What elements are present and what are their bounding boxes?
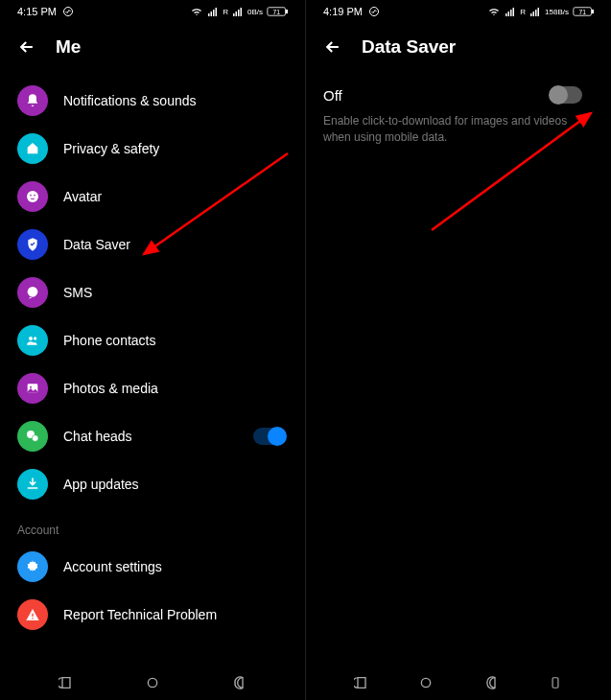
row-label: Photos & media bbox=[63, 381, 297, 396]
row-sms[interactable]: SMS bbox=[17, 268, 297, 316]
messenger-icon bbox=[62, 6, 74, 17]
svg-rect-24 bbox=[32, 618, 33, 618]
back-button[interactable] bbox=[17, 37, 36, 57]
svg-rect-10 bbox=[286, 10, 288, 12]
data-speed: 0B/s bbox=[247, 8, 263, 16]
nav-back[interactable] bbox=[482, 673, 501, 692]
svg-rect-30 bbox=[513, 8, 515, 16]
page-header: Me bbox=[0, 23, 305, 69]
network-label: R bbox=[520, 8, 526, 16]
people-icon bbox=[17, 325, 48, 356]
svg-text:71: 71 bbox=[578, 9, 586, 15]
nav-recent[interactable] bbox=[352, 673, 371, 692]
nav-bar bbox=[0, 665, 305, 700]
warn-icon bbox=[17, 599, 48, 630]
wifi-icon bbox=[190, 6, 203, 17]
row-photos-media[interactable]: Photos & media bbox=[17, 364, 297, 412]
nav-extra[interactable] bbox=[546, 673, 565, 692]
svg-point-19 bbox=[30, 386, 32, 388]
nav-back[interactable] bbox=[229, 673, 248, 692]
status-time: 4:19 PM bbox=[323, 6, 363, 17]
bubble-icon bbox=[17, 421, 48, 452]
row-label: Chat heads bbox=[63, 429, 238, 444]
battery-icon: 71 bbox=[573, 6, 594, 17]
svg-rect-1 bbox=[208, 13, 210, 16]
photo-icon bbox=[17, 373, 48, 404]
row-data-saver[interactable]: Data Saver bbox=[17, 221, 297, 268]
nav-recent[interactable] bbox=[57, 673, 76, 692]
signal-icon bbox=[207, 6, 219, 17]
svg-rect-36 bbox=[592, 10, 594, 12]
svg-point-12 bbox=[27, 191, 38, 202]
row-label: Notifications & sounds bbox=[63, 93, 297, 108]
svg-rect-2 bbox=[211, 12, 213, 16]
row-label: Avatar bbox=[63, 189, 297, 204]
status-time: 4:15 PM bbox=[17, 6, 57, 17]
data-saver-description: Enable click-to-download for images and … bbox=[323, 113, 594, 146]
svg-point-38 bbox=[422, 678, 431, 687]
row-label: SMS bbox=[63, 285, 297, 300]
row-label: App updates bbox=[63, 477, 297, 492]
row-label: Report Technical Problem bbox=[63, 607, 297, 622]
row-label: Data Saver bbox=[63, 237, 297, 252]
row-avatar[interactable]: Avatar bbox=[17, 173, 297, 221]
svg-point-14 bbox=[34, 195, 35, 197]
nav-home[interactable] bbox=[143, 673, 162, 692]
row-report-problem[interactable]: Report Technical Problem bbox=[17, 591, 297, 639]
svg-point-21 bbox=[32, 435, 38, 442]
page-title: Me bbox=[56, 36, 81, 58]
svg-rect-34 bbox=[538, 8, 540, 16]
svg-point-16 bbox=[29, 337, 33, 340]
svg-point-15 bbox=[28, 287, 38, 297]
download-icon bbox=[17, 469, 48, 500]
svg-point-17 bbox=[34, 337, 36, 339]
nav-home[interactable] bbox=[416, 673, 435, 692]
svg-rect-33 bbox=[535, 10, 537, 16]
svg-rect-29 bbox=[510, 10, 512, 16]
page-title: Data Saver bbox=[362, 36, 456, 58]
status-bar: 4:19 PM R 158B/s 71 bbox=[306, 0, 611, 23]
row-notifications[interactable]: Notifications & sounds bbox=[17, 77, 297, 125]
network-label: R bbox=[223, 8, 228, 16]
data-saver-toggle[interactable] bbox=[550, 86, 582, 104]
signal-icon-2 bbox=[232, 6, 244, 17]
chat-heads-toggle[interactable] bbox=[253, 428, 286, 445]
battery-icon: 71 bbox=[267, 6, 288, 17]
svg-rect-8 bbox=[240, 8, 242, 16]
shield-icon bbox=[17, 229, 48, 260]
svg-rect-28 bbox=[508, 12, 510, 16]
row-phone-contacts[interactable]: Phone contacts bbox=[17, 316, 297, 364]
svg-point-25 bbox=[148, 678, 156, 687]
row-label: Account settings bbox=[63, 559, 297, 574]
row-label: Phone contacts bbox=[63, 333, 297, 348]
svg-rect-32 bbox=[533, 12, 535, 16]
row-account-settings[interactable]: Account settings bbox=[17, 543, 297, 591]
svg-rect-27 bbox=[505, 13, 507, 16]
svg-rect-4 bbox=[216, 8, 218, 16]
row-app-updates[interactable]: App updates bbox=[17, 460, 297, 508]
svg-rect-7 bbox=[238, 10, 240, 16]
row-chat-heads[interactable]: Chat heads bbox=[17, 412, 297, 460]
messenger-icon bbox=[368, 6, 380, 17]
svg-rect-5 bbox=[233, 13, 235, 16]
data-saver-state: Off bbox=[323, 87, 342, 104]
chat-icon bbox=[17, 277, 48, 308]
bell-icon bbox=[17, 85, 48, 116]
nav-bar bbox=[306, 665, 611, 700]
svg-rect-39 bbox=[552, 678, 558, 688]
status-bar: 4:15 PM R 0B/s 71 bbox=[0, 0, 305, 23]
phone-screen-data-saver: 4:19 PM R 158B/s 71 Data Saver Off Enabl… bbox=[306, 0, 611, 700]
face-icon bbox=[17, 181, 48, 212]
data-saver-panel: Off Enable click-to-download for images … bbox=[306, 69, 611, 157]
row-privacy[interactable]: Privacy & safety bbox=[17, 125, 297, 173]
back-button[interactable] bbox=[323, 37, 342, 57]
svg-text:71: 71 bbox=[272, 9, 280, 15]
data-speed: 158B/s bbox=[545, 8, 569, 16]
svg-rect-6 bbox=[235, 12, 237, 16]
row-label: Privacy & safety bbox=[63, 141, 297, 156]
section-account: Account bbox=[17, 508, 297, 543]
svg-rect-31 bbox=[530, 13, 532, 16]
signal-icon-2 bbox=[529, 6, 541, 17]
svg-rect-3 bbox=[213, 10, 215, 16]
wifi-icon bbox=[487, 6, 501, 17]
